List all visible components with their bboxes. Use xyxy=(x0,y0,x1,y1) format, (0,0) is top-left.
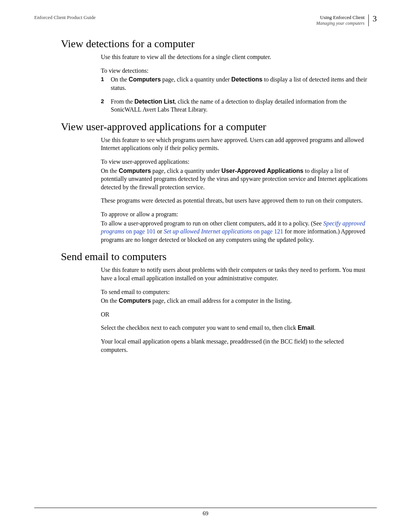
email-result: Your local email application opens a bla… xyxy=(101,337,369,354)
detections-step-2: From the Detection List, click the name … xyxy=(101,97,369,114)
section-body-email: Use this feature to notify users about p… xyxy=(101,266,369,354)
link-suffix: on page 101 xyxy=(124,228,156,235)
link-text: Set up allowed Internet applications xyxy=(164,228,252,235)
text: On the xyxy=(101,297,119,304)
text: Select the checkbox next to each compute… xyxy=(101,324,298,331)
step-text: page, click a quantity under xyxy=(161,76,231,83)
doc-title: Enforced Client Product Guide xyxy=(34,14,96,21)
section-body-approved: Use this feature to see which programs u… xyxy=(101,136,369,244)
ui-term-email: Email xyxy=(298,324,314,331)
email-instruction-2: Select the checkbox next to each compute… xyxy=(101,324,369,332)
running-head: Enforced Client Product Guide Using Enfo… xyxy=(34,14,377,26)
text: . xyxy=(314,324,315,331)
step-text: On the xyxy=(111,76,129,83)
page-footer: 69 xyxy=(34,508,377,517)
step-text: From the xyxy=(111,98,134,105)
text: page, click a quantity under xyxy=(151,168,221,174)
approved-intro: Use this feature to see which programs u… xyxy=(101,136,369,152)
ui-term-user-approved-applications: User-Approved Applications xyxy=(221,168,303,174)
detections-steps: On the Computers page, click a quantity … xyxy=(101,75,369,113)
header-chapter-title: Using Enforced Client xyxy=(316,14,365,21)
link-suffix: on page 121 xyxy=(252,228,283,235)
header-right-text: Using Enforced Client Managing your comp… xyxy=(316,14,369,26)
header-right: Using Enforced Client Managing your comp… xyxy=(316,14,377,26)
approved-note: These programs were detected as potentia… xyxy=(101,197,369,205)
email-instruction-1: On the Computers page, click an email ad… xyxy=(101,297,369,305)
section-heading-detections: View detections for a computer xyxy=(61,38,377,50)
approved-howto-label: To view user-approved applications: xyxy=(101,158,369,166)
section-heading-email: Send email to computers xyxy=(61,251,377,263)
section-heading-approved: View user-approved applications for a co… xyxy=(61,121,377,133)
text: On the xyxy=(101,168,119,174)
ui-term-detection-list: Detection List xyxy=(134,98,175,105)
ui-term-detections: Detections xyxy=(231,76,263,83)
text: or xyxy=(156,228,164,235)
email-intro: Use this feature to notify users about p… xyxy=(101,266,369,282)
xref-setup-allowed-internet-applications[interactable]: Set up allowed Internet applications on … xyxy=(164,228,283,235)
page-content: View detections for a computer Use this … xyxy=(34,38,377,354)
detections-step-1: On the Computers page, click a quantity … xyxy=(101,75,369,92)
ui-term-computers: Computers xyxy=(129,76,161,83)
email-howto-label: To send email to computers: xyxy=(101,288,369,296)
approved-instruction-2: To allow a user-approved program to run … xyxy=(101,219,369,244)
approved-instruction-1: On the Computers page, click a quantity … xyxy=(101,167,369,192)
text: page, click an email address for a compu… xyxy=(151,297,292,304)
section-body-detections: Use this feature to view all the detecti… xyxy=(101,53,369,114)
text: To allow a user-approved program to run … xyxy=(101,220,323,227)
detections-howto-label: To view detections: xyxy=(101,67,369,75)
header-section-title: Managing your computers xyxy=(316,21,365,26)
detections-intro: Use this feature to view all the detecti… xyxy=(101,53,369,61)
document-page: Enforced Client Product Guide Using Enfo… xyxy=(0,0,411,532)
email-or-separator: OR xyxy=(101,310,369,319)
chapter-number: 3 xyxy=(369,14,377,23)
ui-term-computers: Computers xyxy=(119,297,151,304)
page-number: 69 xyxy=(203,510,209,516)
ui-term-computers: Computers xyxy=(119,168,151,174)
approved-howto2-label: To approve or allow a program: xyxy=(101,210,369,219)
